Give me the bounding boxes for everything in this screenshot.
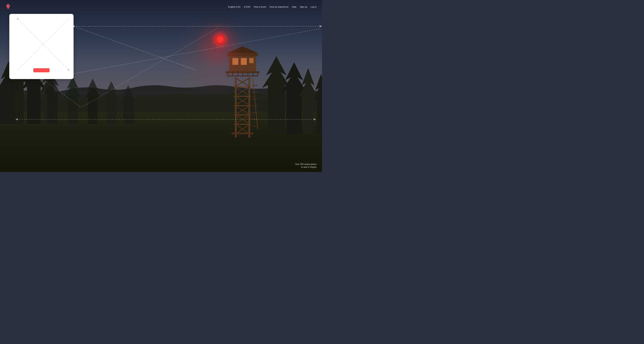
svg-rect-51 (252, 99, 258, 99)
svg-marker-69 (16, 18, 19, 21)
svg-rect-47 (232, 133, 254, 134)
svg-rect-54 (252, 119, 258, 120)
signup-link[interactable]: Sign up (300, 6, 307, 8)
svg-rect-43 (234, 96, 251, 97)
svg-marker-11 (104, 81, 119, 124)
svg-marker-68 (67, 68, 70, 71)
trees-right (258, 46, 322, 134)
svg-rect-52 (252, 106, 258, 106)
bottom-text-line1: Over 300 unique places (295, 163, 316, 166)
svg-rect-45 (234, 114, 251, 115)
glow-inner (194, 21, 242, 68)
svg-rect-46 (234, 124, 251, 125)
bottom-text: Over 300 unique places to stay in Oregon (295, 163, 316, 169)
svg-rect-50 (252, 92, 258, 93)
navbar-links: English (US) € EUR Host a home Host an e… (228, 6, 316, 8)
svg-rect-53 (252, 112, 258, 113)
currency-selector[interactable]: € EUR (244, 6, 250, 8)
language-selector[interactable]: English (US) (228, 6, 240, 8)
svg-marker-9 (64, 77, 82, 124)
search-card (9, 14, 74, 79)
svg-rect-44 (234, 105, 251, 106)
logo[interactable] (6, 4, 11, 10)
host-home-link[interactable]: Host a home (254, 6, 266, 8)
bottom-text-line2: to stay in Oregon (295, 166, 316, 169)
svg-rect-55 (252, 126, 258, 126)
navbar: English (US) € EUR Host a home Host an e… (0, 0, 322, 14)
svg-rect-49 (252, 85, 258, 86)
login-link[interactable]: Log in (311, 6, 316, 8)
svg-marker-10 (84, 79, 101, 124)
svg-marker-4 (262, 56, 291, 134)
host-experience-link[interactable]: Host an experience (270, 6, 288, 8)
red-beacon (215, 34, 225, 45)
svg-marker-7 (313, 74, 322, 134)
svg-marker-12 (121, 85, 135, 124)
svg-marker-8 (43, 73, 62, 124)
help-link[interactable]: Help (292, 6, 296, 8)
card-action-button[interactable] (33, 68, 50, 72)
